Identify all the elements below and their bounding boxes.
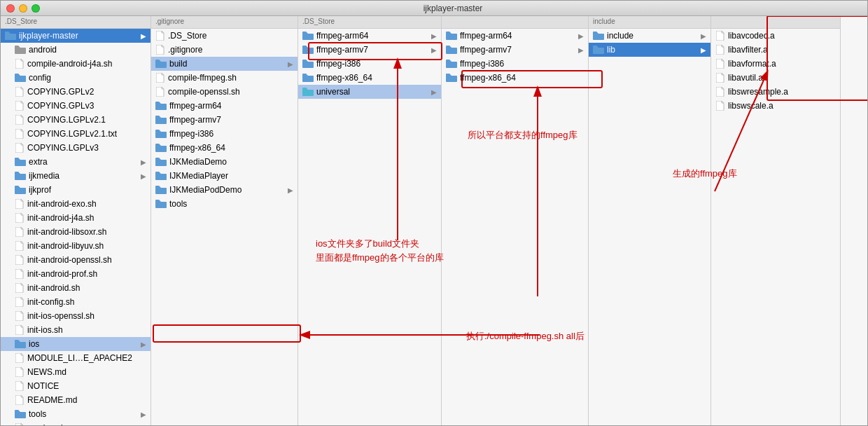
list-item[interactable]: ffmpeg-x86_64: [151, 141, 298, 155]
list-item[interactable]: libavformat.a: [711, 57, 840, 71]
list-item[interactable]: extra▶: [1, 155, 150, 169]
file-label: ffmpeg-armv7: [460, 45, 575, 55]
file-label: extra: [29, 157, 138, 167]
list-item[interactable]: COPYING.LGPLv3: [1, 141, 150, 155]
list-item[interactable]: libswscale.a: [711, 99, 840, 113]
list-item[interactable]: NOTICE: [1, 379, 150, 393]
list-item[interactable]: libavfilter.a: [711, 43, 840, 57]
doc-icon: [715, 72, 725, 83]
list-item[interactable]: ffmpeg-i386: [151, 127, 298, 141]
window-title: ijkplayer-master: [44, 4, 862, 13]
list-item[interactable]: ffmpeg-armv7: [151, 113, 298, 127]
list-item[interactable]: universal▶: [298, 85, 441, 99]
list-item[interactable]: ffmpeg-arm64▶: [298, 29, 441, 43]
expand-arrow-icon: ▶: [701, 32, 706, 40]
folder-icon: [302, 74, 314, 82]
list-item[interactable]: init-android-prof.sh: [1, 267, 150, 281]
list-item[interactable]: ios▶: [1, 337, 150, 351]
list-item[interactable]: COPYING.LGPLv2.1: [1, 113, 150, 127]
list-item[interactable]: IJKMediaDemo: [151, 155, 298, 169]
list-item[interactable]: compile-openssl.sh: [151, 85, 298, 99]
list-item[interactable]: libavcodec.a: [711, 29, 840, 43]
list-item[interactable]: init-android-libsoxr.sh: [1, 225, 150, 239]
doc-icon: [15, 366, 24, 378]
expand-arrow-icon: ▶: [141, 172, 146, 180]
list-item[interactable]: README.md: [1, 393, 150, 407]
list-item[interactable]: ffmpeg-arm64: [151, 99, 298, 113]
list-item[interactable]: init-android-openssl.sh: [1, 253, 150, 267]
list-item[interactable]: lib▶: [589, 43, 710, 57]
list-item[interactable]: NEWS.md: [1, 365, 150, 379]
doc-icon: [15, 324, 24, 336]
minimize-button[interactable]: [19, 4, 27, 13]
list-item[interactable]: libswresample.a: [711, 85, 840, 99]
list-item[interactable]: .DS_Store: [151, 29, 298, 43]
folder-icon: [15, 186, 26, 194]
expand-arrow-icon: ▶: [141, 158, 146, 166]
list-item[interactable]: android: [1, 43, 150, 57]
file-label: ijkplayer-master: [19, 31, 138, 41]
list-item[interactable]: ffmpeg-x86_64: [442, 71, 588, 85]
list-item[interactable]: version.sh: [1, 421, 150, 425]
close-button[interactable]: [6, 4, 15, 13]
doc-icon: [15, 254, 24, 266]
file-label: ffmpeg-i386: [460, 59, 584, 69]
list-item[interactable]: ijkplayer-master▶: [1, 29, 150, 43]
list-item[interactable]: ffmpeg-x86_64: [298, 71, 441, 85]
file-label: ffmpeg-i386: [169, 129, 293, 139]
list-item[interactable]: config: [1, 71, 150, 85]
list-item[interactable]: init-android-j4a.sh: [1, 211, 150, 225]
col4-header: [442, 16, 588, 29]
list-item[interactable]: libavutil.a: [711, 71, 840, 85]
list-item[interactable]: ijkmedia▶: [1, 169, 150, 183]
file-label: README.md: [27, 395, 146, 405]
folder-icon: [155, 158, 167, 166]
list-item[interactable]: init-ios.sh: [1, 323, 150, 337]
doc-icon: [15, 100, 24, 111]
file-label: compile-openssl.sh: [168, 87, 293, 97]
doc-icon: [15, 86, 24, 97]
list-item[interactable]: init-android-libyuv.sh: [1, 239, 150, 253]
folder-icon: [155, 60, 167, 68]
file-label: ffmpeg-i386: [316, 59, 437, 69]
list-item[interactable]: COPYING.GPLv2: [1, 85, 150, 99]
list-item[interactable]: init-android-exo.sh: [1, 197, 150, 211]
file-label: libswresample.a: [728, 87, 836, 97]
doc-icon: [15, 394, 24, 406]
list-item[interactable]: build▶: [151, 57, 298, 71]
list-item[interactable]: compile-android-j4a.sh: [1, 57, 150, 71]
file-label: COPYING.LGPLv3: [27, 143, 146, 153]
file-label: ijkmedia: [29, 171, 138, 181]
file-label: ffmpeg-arm64: [460, 31, 575, 41]
doc-icon: [15, 142, 24, 153]
col1-header: .DS_Store: [1, 16, 150, 29]
maximize-button[interactable]: [31, 4, 40, 13]
list-item[interactable]: MODULE_LI…E_APACHE2: [1, 351, 150, 365]
column-6: libavcodec.a libavfilter.a libavformat.a…: [711, 16, 841, 425]
list-item[interactable]: tools▶: [1, 407, 150, 421]
list-item[interactable]: ffmpeg-i386: [298, 57, 441, 71]
list-item[interactable]: compile-ffmpeg.sh: [151, 71, 298, 85]
list-item[interactable]: init-ios-openssl.sh: [1, 309, 150, 323]
list-item[interactable]: IJKMediaPlayer: [151, 169, 298, 183]
list-item[interactable]: include▶: [589, 29, 710, 43]
doc-icon: [155, 30, 165, 41]
list-item[interactable]: ffmpeg-armv7▶: [298, 43, 441, 57]
list-item[interactable]: ffmpeg-i386: [442, 57, 588, 71]
list-item[interactable]: IJKMediaPodDemo▶: [151, 183, 298, 197]
list-item[interactable]: ffmpeg-arm64▶: [442, 29, 588, 43]
list-item[interactable]: tools: [151, 197, 298, 211]
column-1: .DS_Store ijkplayer-master▶ android comp…: [1, 16, 151, 425]
list-item[interactable]: ijkprof: [1, 183, 150, 197]
expand-arrow-icon: ▶: [141, 341, 146, 348]
folder-icon: [5, 32, 16, 40]
doc-icon: [15, 212, 24, 224]
list-item[interactable]: COPYING.GPLv3: [1, 99, 150, 113]
list-item[interactable]: .gitignore: [151, 43, 298, 57]
list-item[interactable]: init-config.sh: [1, 295, 150, 309]
file-label: COPYING.GPLv3: [27, 101, 146, 111]
list-item[interactable]: ffmpeg-armv7▶: [442, 43, 588, 57]
file-label: ffmpeg-armv7: [316, 45, 428, 55]
list-item[interactable]: init-android.sh: [1, 281, 150, 295]
list-item[interactable]: COPYING.LGPLv2.1.txt: [1, 127, 150, 141]
